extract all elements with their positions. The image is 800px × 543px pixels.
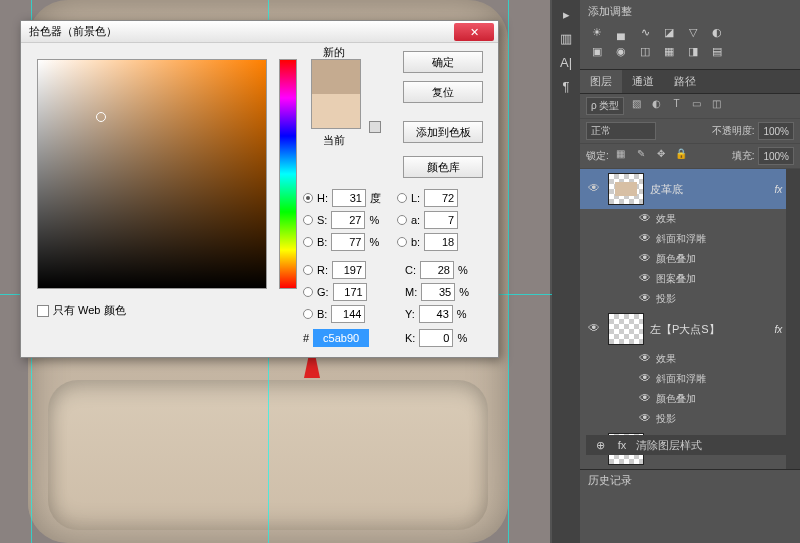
- a-input[interactable]: 7: [424, 211, 458, 229]
- fx-line[interactable]: 👁效果: [580, 349, 800, 369]
- reset-button[interactable]: 复位: [403, 81, 483, 103]
- fx-line[interactable]: 👁颜色叠加: [580, 389, 800, 409]
- l-input[interactable]: 72: [424, 189, 458, 207]
- lock-transparent-icon[interactable]: ▦: [613, 148, 629, 164]
- filter-pixel-icon[interactable]: ▧: [628, 98, 644, 114]
- filter-row: ρ 类型 ▧ ◐ T ▭ ◫: [580, 94, 800, 119]
- right-panels: ▸ ▥ A| ¶ 添加调整 ☀ ▄ ∿ ◪ ▽ ◐ ▣ ◉ ◫ ▦ ◨ ▤ 图层…: [580, 0, 800, 543]
- scrollbar[interactable]: [786, 169, 800, 469]
- ok-button[interactable]: 确定: [403, 51, 483, 73]
- a-radio[interactable]: [397, 215, 407, 225]
- s-radio[interactable]: [303, 215, 313, 225]
- clear-style-label[interactable]: 清除图层样式: [636, 438, 702, 453]
- link-icon[interactable]: ⊕: [592, 439, 608, 452]
- fx-line[interactable]: 👁图案叠加: [580, 269, 800, 289]
- visibility-icon[interactable]: 👁: [586, 321, 602, 337]
- lock-label: 锁定:: [586, 149, 609, 163]
- tab-channels[interactable]: 通道: [622, 70, 664, 93]
- k-input[interactable]: 0: [419, 329, 453, 347]
- filter-adjust-icon[interactable]: ◐: [648, 98, 664, 114]
- color-marker[interactable]: [96, 112, 106, 122]
- bb-radio[interactable]: [303, 309, 313, 319]
- text-icon[interactable]: A|: [555, 51, 577, 73]
- h-input[interactable]: 31: [332, 189, 366, 207]
- lb-row: b: 18: [397, 233, 458, 251]
- fx-icon[interactable]: fx: [614, 439, 630, 451]
- guide-vertical: [508, 0, 509, 543]
- panel-tab-icon[interactable]: ▸: [555, 3, 577, 25]
- s-input[interactable]: 27: [331, 211, 365, 229]
- paragraph-icon[interactable]: ¶: [555, 75, 577, 97]
- blend-mode-select[interactable]: 正常: [586, 122, 656, 140]
- exposure-icon[interactable]: ◪: [660, 25, 678, 40]
- color-field[interactable]: [37, 59, 267, 289]
- vibrance-icon[interactable]: ▽: [684, 25, 702, 40]
- add-swatch-button[interactable]: 添加到色板: [403, 121, 483, 143]
- adjustments-panel: 添加调整 ☀ ▄ ∿ ◪ ▽ ◐ ▣ ◉ ◫ ▦ ◨ ▤: [580, 0, 800, 70]
- l-radio[interactable]: [397, 193, 407, 203]
- lb-radio[interactable]: [397, 237, 407, 247]
- fx-line[interactable]: 👁颜色叠加: [580, 249, 800, 269]
- bw-icon[interactable]: ▣: [588, 44, 606, 59]
- posterize-icon[interactable]: ▤: [708, 44, 726, 59]
- brightness-icon[interactable]: ☀: [588, 25, 606, 40]
- lock-move-icon[interactable]: ✥: [653, 148, 669, 164]
- layer-item[interactable]: 👁 皮革底 fx ▾: [580, 169, 800, 209]
- swatch-preview: [311, 59, 361, 129]
- hue-slider[interactable]: [279, 59, 297, 289]
- hex-input[interactable]: c5ab90: [313, 329, 369, 347]
- m-input[interactable]: 35: [421, 283, 455, 301]
- lb-input[interactable]: 18: [424, 233, 458, 251]
- dialog-titlebar[interactable]: 拾色器（前景色） ✕: [21, 21, 498, 43]
- c-row: C: 28 %: [405, 261, 468, 279]
- layer-thumb[interactable]: [608, 313, 644, 345]
- c-input[interactable]: 28: [420, 261, 454, 279]
- layer-item[interactable]: 👁 左【P大点S】 fx ▾: [580, 309, 800, 349]
- r-row: R: 197: [303, 261, 366, 279]
- close-button[interactable]: ✕: [454, 23, 494, 41]
- r-radio[interactable]: [303, 265, 313, 275]
- layer-thumb[interactable]: [608, 173, 644, 205]
- curves-icon[interactable]: ∿: [636, 25, 654, 40]
- levels-icon[interactable]: ▄: [612, 25, 630, 40]
- opacity-input[interactable]: 100%: [758, 122, 794, 140]
- blend-row: 正常 不透明度: 100%: [580, 119, 800, 144]
- fx-line[interactable]: 👁斜面和浮雕: [580, 369, 800, 389]
- fill-input[interactable]: 100%: [758, 147, 794, 165]
- filter-smart-icon[interactable]: ◫: [708, 98, 724, 114]
- bb-input[interactable]: 144: [331, 305, 365, 323]
- color-lookup-icon[interactable]: ▦: [660, 44, 678, 59]
- web-colors-checkbox[interactable]: 只有 Web 颜色: [37, 303, 126, 318]
- hex-row: # c5ab90: [303, 329, 369, 347]
- lock-paint-icon[interactable]: ✎: [633, 148, 649, 164]
- channel-mixer-icon[interactable]: ◫: [636, 44, 654, 59]
- fx-line[interactable]: 👁斜面和浮雕: [580, 229, 800, 249]
- y-input[interactable]: 43: [419, 305, 453, 323]
- b-radio[interactable]: [303, 237, 313, 247]
- photo-filter-icon[interactable]: ◉: [612, 44, 630, 59]
- fx-line[interactable]: 👁效果: [580, 209, 800, 229]
- hex-prefix: #: [303, 332, 309, 344]
- g-radio[interactable]: [303, 287, 313, 297]
- lock-all-icon[interactable]: 🔒: [673, 148, 689, 164]
- histogram-icon[interactable]: ▥: [555, 27, 577, 49]
- filter-shape-icon[interactable]: ▭: [688, 98, 704, 114]
- b-input[interactable]: 77: [331, 233, 365, 251]
- gamut-warning-icon[interactable]: [369, 121, 381, 133]
- tab-paths[interactable]: 路径: [664, 70, 706, 93]
- hue-icon[interactable]: ◐: [708, 25, 726, 40]
- current-color-swatch[interactable]: [312, 94, 360, 128]
- new-label: 新的: [323, 45, 345, 60]
- invert-icon[interactable]: ◨: [684, 44, 702, 59]
- g-input[interactable]: 171: [333, 283, 367, 301]
- h-radio[interactable]: [303, 193, 313, 203]
- filter-type-icon[interactable]: T: [668, 98, 684, 114]
- kind-select[interactable]: ρ 类型: [586, 97, 624, 115]
- fx-line[interactable]: 👁投影: [580, 289, 800, 309]
- layer-name: 左【P大点S】: [650, 322, 720, 337]
- tab-layers[interactable]: 图层: [580, 70, 622, 93]
- color-libraries-button[interactable]: 颜色库: [403, 156, 483, 178]
- visibility-icon[interactable]: 👁: [586, 181, 602, 197]
- r-input[interactable]: 197: [332, 261, 366, 279]
- fx-line[interactable]: 👁投影: [580, 409, 800, 429]
